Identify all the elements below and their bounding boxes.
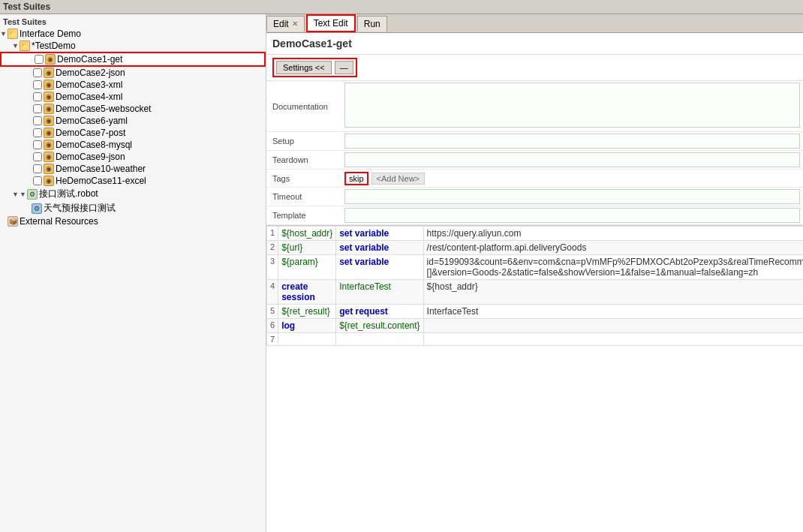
timeout-input[interactable]: [344, 189, 800, 204]
step-arg1[interactable]: https://query.aliyun.com: [423, 227, 803, 241]
case-icon: ◉: [44, 128, 54, 138]
step-variable[interactable]: ${host_addr}: [278, 227, 336, 241]
case-icon: ◉: [44, 140, 54, 150]
step-num: 4: [267, 280, 278, 305]
step-arg1[interactable]: id=5199093&count=6&env=com&cna=pVmMFp%2F…: [423, 255, 803, 280]
teardown-label: Teardown: [266, 153, 341, 167]
tab-close[interactable]: ✕: [292, 20, 298, 28]
add-new-button[interactable]: <Add New>: [371, 173, 425, 185]
table-row[interactable]: 4 create session InterfaceTest ${host_ad…: [267, 280, 804, 305]
robot-icon: ⚙: [27, 189, 38, 200]
settings-button[interactable]: Settings <<: [276, 61, 332, 74]
item-checkbox[interactable]: [33, 68, 42, 77]
sidebar-item-democase7-post[interactable]: ◉DemoCase7-post: [0, 127, 266, 139]
steps-data-table: 1 ${host_addr} set variable https://quer…: [266, 226, 803, 346]
sidebar-item-label: HeDemoCase11-excel: [56, 176, 146, 186]
expand-arrow[interactable]: ▼: [12, 42, 20, 50]
step-variable[interactable]: ${url}: [278, 241, 336, 255]
tab-label: Run: [364, 19, 380, 29]
folder-icon: 📁: [8, 29, 18, 39]
sidebar-item-tianqi[interactable]: ⚙天气预报接口测试: [0, 201, 266, 215]
tab-text-edit[interactable]: Text Edit: [306, 14, 356, 32]
sidebar-item-democase4-xml[interactable]: ◉DemoCase4-xml: [0, 91, 266, 103]
setup-label: Setup: [266, 134, 341, 148]
table-row[interactable]: 6 log ${ret_result.content}: [267, 319, 804, 333]
sidebar-item-democase9-json[interactable]: ◉DemoCase9-json: [0, 151, 266, 163]
setup-input[interactable]: [344, 134, 800, 149]
table-row[interactable]: 2 ${url} set variable /rest/content-plat…: [267, 241, 804, 255]
sidebar-item-interface-demo[interactable]: ▼📁Interface Demo: [0, 28, 266, 40]
step-keyword[interactable]: [336, 333, 423, 346]
item-checkbox[interactable]: [33, 176, 42, 185]
step-keyword[interactable]: set variable: [336, 241, 423, 255]
tags-value: skip <Add New>: [341, 170, 803, 187]
sidebar-item-label: DemoCase8-mysql: [56, 140, 132, 150]
step-keyword[interactable]: InterfaceTest: [336, 280, 423, 305]
step-arg1[interactable]: [423, 333, 803, 346]
dash-button[interactable]: —: [335, 61, 353, 74]
item-checkbox[interactable]: [35, 55, 44, 64]
sidebar-item-label: DemoCase4-xml: [56, 92, 122, 102]
item-checkbox[interactable]: [33, 80, 42, 89]
item-checkbox[interactable]: [33, 128, 42, 137]
sidebar-item-democase10-weather[interactable]: ◉DemoCase10-weather: [0, 163, 266, 175]
sidebar-item-hedemocasse11-excel[interactable]: ◉HeDemoCase11-excel: [0, 175, 266, 187]
sidebar-item-label: 天气预报接口测试: [44, 202, 116, 215]
item-checkbox[interactable]: [33, 116, 42, 125]
step-keyword[interactable]: ${ret_result.content}: [336, 319, 423, 333]
step-variable[interactable]: [278, 333, 336, 346]
tags-container: skip <Add New>: [344, 172, 800, 185]
sidebar-item-label: DemoCase3-xml: [56, 80, 122, 90]
item-checkbox[interactable]: [33, 104, 42, 113]
table-row[interactable]: 7: [267, 333, 804, 346]
sidebar-item-democase6-yaml[interactable]: ◉DemoCase6-yaml: [0, 115, 266, 127]
sidebar-item-democase5-websocket[interactable]: ◉DemoCase5-websocket: [0, 103, 266, 115]
table-row[interactable]: 5 ${ret_result} get request InterfaceTes…: [267, 305, 804, 319]
sidebar-item-label: DemoCase1-get: [57, 54, 122, 65]
item-checkbox[interactable]: [33, 152, 42, 161]
tag-skip[interactable]: skip: [344, 172, 368, 185]
item-checkbox[interactable]: [33, 164, 42, 173]
sidebar-item-democase1-get[interactable]: ◉DemoCase1-get: [0, 52, 266, 67]
step-arg1[interactable]: ${host_addr}: [423, 280, 803, 305]
step-keyword[interactable]: set variable: [336, 255, 423, 280]
step-arg1[interactable]: /rest/content-platform.api.deliveryGoods: [423, 241, 803, 255]
doc-input[interactable]: [344, 83, 800, 128]
sidebar-item-jiekou-robot[interactable]: ▼▼⚙接口测试.robot: [0, 187, 266, 201]
sidebar-item-label: External Resources: [20, 216, 98, 227]
expand-arrow[interactable]: ▼: [12, 191, 20, 198]
step-variable[interactable]: log: [278, 319, 336, 333]
step-variable[interactable]: ${ret_result}: [278, 305, 336, 319]
sidebar-item-democase8-mysql[interactable]: ◉DemoCase8-mysql: [0, 139, 266, 151]
table-row[interactable]: 3 ${param} set variable id=5199093&count…: [267, 255, 804, 280]
template-input[interactable]: [344, 208, 800, 223]
case-icon: ◉: [44, 164, 54, 174]
sidebar-item-label: DemoCase10-weather: [56, 164, 146, 174]
step-arg1[interactable]: InterfaceTest: [423, 305, 803, 319]
doc-row: Documentation: [266, 81, 803, 132]
step-arg1[interactable]: [423, 319, 803, 333]
teardown-row: Teardown: [266, 151, 803, 170]
form-section: Documentation Setup Teardown: [266, 81, 803, 225]
tab-edit[interactable]: Edit✕: [266, 16, 305, 32]
sidebar-item-label: *TestDemo: [32, 41, 76, 51]
teardown-input[interactable]: [344, 152, 800, 167]
sidebar-item-democase2-json[interactable]: ◉DemoCase2-json: [0, 67, 266, 79]
step-variable[interactable]: ${param}: [278, 255, 336, 280]
table-row[interactable]: 1 ${host_addr} set variable https://quer…: [267, 227, 804, 241]
template-label: Template: [266, 209, 341, 222]
sidebar-item-democase3-xml[interactable]: ◉DemoCase3-xml: [0, 79, 266, 91]
sidebar-item-label: Interface Demo: [20, 29, 81, 39]
step-keyword[interactable]: set variable: [336, 227, 423, 241]
tab-run[interactable]: Run: [357, 16, 387, 32]
expand-arrow[interactable]: ▼: [0, 30, 8, 38]
sidebar-item-external-resources[interactable]: 📦External Resources: [0, 215, 266, 227]
case-icon: ◉: [44, 80, 54, 90]
step-num: 6: [267, 319, 278, 333]
item-checkbox[interactable]: [33, 92, 42, 101]
step-keyword[interactable]: get request: [336, 305, 423, 319]
step-variable[interactable]: create session: [278, 280, 336, 305]
expand-arrow-robot[interactable]: ▼: [20, 191, 27, 198]
sidebar-item-testdemo[interactable]: ▼📁*TestDemo: [0, 40, 266, 52]
item-checkbox[interactable]: [33, 140, 42, 149]
